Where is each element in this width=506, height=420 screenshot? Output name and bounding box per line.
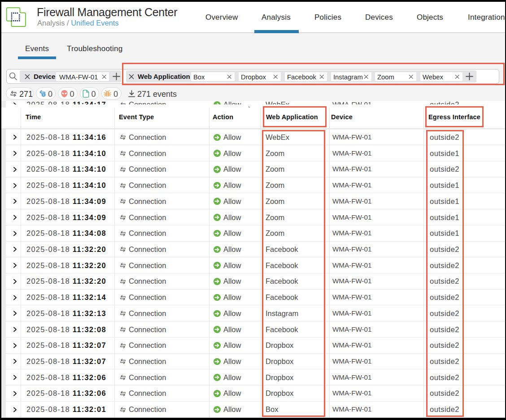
svg-text:!: ! bbox=[43, 93, 44, 96]
